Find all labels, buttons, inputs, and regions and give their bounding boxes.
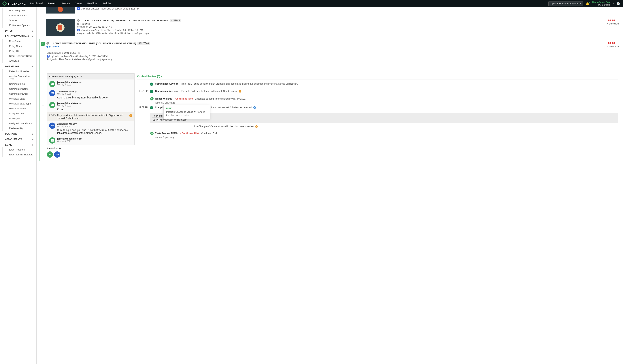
info-icon[interactable]: i — [46, 42, 49, 44]
nav-item-cases[interactable]: Cases — [75, 0, 82, 7]
filter-item[interactable]: Workflow Name — [2, 106, 36, 111]
chat-message[interactable]: james@thetalake.comOn July 8, 2021 — [47, 80, 134, 89]
info-bubble-icon[interactable]: ! — [255, 125, 258, 128]
nav-item-dashboard[interactable]: Dashboard — [30, 0, 43, 7]
tooltip-text: Possible Change of Venue hit found in th… — [166, 110, 207, 117]
filter-item[interactable]: Commenter Name — [2, 86, 36, 91]
result-row-expanded: ↑ i 1:1 CHAT BETWEEN ZACH AND JAMES (COL… — [39, 39, 621, 161]
filter-section-header[interactable]: WORKFLOW▼ — [0, 63, 36, 69]
review-timestamp: almost 3 years ago — [156, 136, 618, 139]
chat-message[interactable]: ZMZacharias MoodyOn July 8, 2021Sure thi… — [47, 121, 134, 136]
filter-item[interactable]: Analyzed — [2, 59, 36, 63]
filter-item[interactable]: Risk Score — [2, 39, 36, 44]
assigned-text: Assigned to Isobel Williams (isobel+usde… — [77, 32, 605, 35]
filter-item[interactable]: Commenter Email — [2, 91, 36, 96]
user-caret-icon: ▼ — [612, 3, 614, 4]
info-bubble-icon[interactable]: i — [253, 106, 256, 109]
chat-message[interactable]: ZMZacharias MoodyOn July 8, 2021Cool, th… — [47, 89, 134, 101]
avatar: ZM — [49, 122, 55, 129]
filter-item[interactable]: Retention Libraries — [2, 69, 36, 74]
chat-message[interactable]: 1:01 PMHey, next time let's move this co… — [47, 112, 134, 121]
filter-section-header[interactable]: PLATFORM▶ — [0, 131, 36, 136]
filter-item[interactable]: Is Assigned — [2, 116, 36, 121]
more-icon[interactable]: ⋮ — [617, 19, 619, 22]
nav-item-search[interactable]: Search — [48, 0, 56, 7]
info-icon[interactable]: i — [77, 19, 80, 22]
user-badge-icon: TA — [150, 132, 154, 135]
user-menu[interactable]: Theta Group One Theta Demo — [592, 1, 610, 6]
info-bubble-icon[interactable]: ! — [239, 90, 241, 93]
participants-section: Participants JAZM — [47, 145, 134, 158]
chat-message[interactable]: james@thetalake.comOn July 8, 2021Done. — [47, 101, 134, 112]
review-sub-item: TATheta Demo - ADMIN - Confirmed Risk Co… — [150, 132, 618, 139]
status-label[interactable]: In Review — [49, 45, 59, 48]
more-icon[interactable]: ⋮ — [617, 42, 619, 44]
result-row[interactable]: i 1:1 CHAT - RISKY URLS: (2X) PERSONAL S… — [39, 16, 621, 39]
upload-button[interactable]: Upload Video/Audio/Document — [548, 1, 583, 6]
filter-item[interactable]: Policy Hits — [2, 49, 36, 54]
warning-icon[interactable]: ! — [129, 114, 132, 117]
notifications-icon[interactable]: 🔔 — [586, 2, 589, 5]
filter-item[interactable]: Reviewed By — [2, 126, 36, 131]
content-review-header[interactable]: Content Review (6)▼ — [137, 73, 618, 80]
review-item: ible Change of Venue hit found in the ch… — [137, 123, 618, 130]
nav-item-policies[interactable]: Policies — [103, 0, 111, 7]
filter-item[interactable]: Workflow State Type — [2, 101, 36, 106]
filter-item[interactable]: Owner Attributes — [2, 13, 36, 18]
filter-item[interactable]: Assigned User Group — [2, 121, 36, 126]
nav-item-review[interactable]: Review — [61, 0, 70, 7]
review-title: Compliance Advisor — [155, 82, 178, 85]
select-checkbox[interactable] — [40, 21, 43, 23]
chat-message[interactable]: james@thetalake.comOn July 8, 2021 — [47, 136, 134, 145]
filter-section-header[interactable]: ATTACHMENTS▶ — [0, 136, 36, 142]
results-main: ZUploaded via Zoom Team Chat on July 20,… — [37, 7, 623, 364]
filter-item[interactable]: Exact Headers — [2, 147, 36, 152]
filter-item[interactable]: Archive Destination Type — [2, 74, 36, 81]
message-date: On July 8, 2021 — [57, 84, 132, 86]
zoom-icon: Z — [77, 29, 80, 31]
risk-indicator: ⋮ — [607, 42, 619, 44]
result-id: #212046 — [170, 19, 181, 22]
result-row[interactable]: ZUploaded via Zoom Team Chat on July 20,… — [39, 7, 621, 16]
filter-section-header[interactable]: POLICY DETECTIONS▼ — [0, 33, 36, 39]
status-label: Reviewed — [80, 23, 90, 25]
participant-avatar[interactable]: ZM — [54, 151, 60, 158]
advisor-icon: O — [150, 106, 153, 109]
collapse-arrow-icon[interactable]: ↑ — [41, 42, 44, 46]
select-checkbox[interactable] — [42, 105, 44, 108]
avatar — [49, 102, 55, 108]
uploaded-text: Uploaded via Zoom Team Chat on July 8, 2… — [51, 55, 108, 58]
participant-avatar[interactable]: JA — [47, 151, 53, 158]
filter-item[interactable]: Uploading User — [2, 8, 36, 13]
filter-section-header[interactable]: EMAIL▼ — [0, 142, 36, 147]
message-author: james@thetalake.com — [57, 102, 132, 105]
timestamp-list[interactable]: 12:57 PM by james@thetalake.com12:57 PM … — [150, 113, 618, 123]
review-item[interactable]: 12:56 PMOCompliance Advisor Possible Col… — [137, 88, 618, 95]
filter-item[interactable]: Workflow State — [2, 96, 36, 101]
clock-icon[interactable]: 🕐 — [617, 2, 620, 5]
filter-item[interactable]: Assigned User — [2, 111, 36, 116]
filter-section-header[interactable]: DATES▶ — [0, 28, 36, 33]
filter-item[interactable]: Policy Name — [2, 44, 36, 49]
review-time: 12:57 PM — [138, 106, 148, 109]
filter-item[interactable]: Entitlement Spaces — [2, 23, 36, 28]
message-date: On July 8, 2021 — [57, 125, 132, 127]
status-dot-icon — [77, 23, 79, 25]
filter-item[interactable]: Script Similarity Score — [2, 54, 36, 59]
result-title: 1:1 CHAT - RISKY URLS: (2X) PERSONAL STO… — [81, 19, 168, 22]
detections-count: 3 Detections — [607, 45, 619, 48]
pdf-thumb-icon — [56, 23, 65, 32]
filter-item[interactable]: Exact Journal Headers — [2, 152, 36, 157]
message-date: On July 8, 2021 — [57, 93, 132, 95]
nav-item-realtime[interactable]: Realtime — [87, 0, 97, 7]
review-sub-item: IWIsobel Williams - Confirmed Risk Escal… — [150, 97, 618, 104]
filter-item[interactable]: Comment Flag — [2, 81, 36, 86]
message-author: james@thetalake.com — [57, 81, 132, 84]
risk-tooltip: RISK Possible Change of Venue hit found … — [163, 105, 210, 119]
brand-logo[interactable]: THETALAKE — [3, 2, 26, 5]
user-badge-icon: IW — [150, 97, 154, 101]
zoom-icon: Z — [77, 7, 80, 10]
filter-item[interactable]: Spaces — [2, 18, 36, 23]
filter-sidebar: Uploading UserOwner AttributesSpacesEnti… — [0, 7, 37, 364]
review-item[interactable]: OCompliance Advisor High Risk. Found pos… — [137, 81, 618, 88]
